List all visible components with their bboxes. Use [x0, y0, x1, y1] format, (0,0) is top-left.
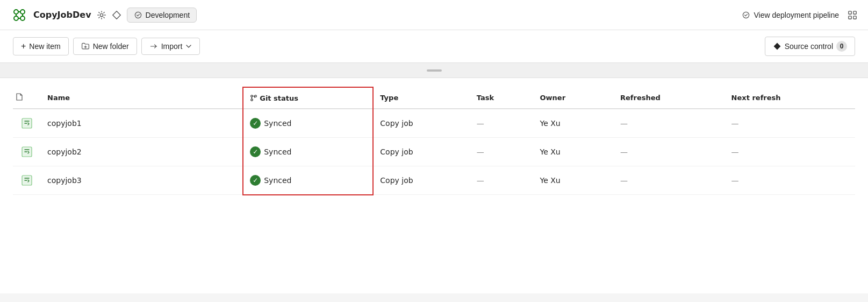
import-icon [149, 42, 158, 51]
svg-rect-13 [853, 11, 856, 13]
col-header-next-refresh: Next refresh [725, 87, 855, 109]
new-folder-icon [81, 42, 90, 51]
chevron-down-icon [185, 43, 192, 50]
row-refreshed: — [614, 138, 725, 166]
file-icon [15, 93, 24, 101]
row-refreshed: — [614, 109, 725, 138]
row-owner: Ye Xu [534, 166, 614, 195]
plus-icon: + [21, 41, 26, 51]
toolbar-right: Source control 0 [765, 37, 855, 56]
row-next-refresh: — [725, 166, 855, 195]
table-row[interactable]: copyjob1 ✓ Synced Copy job—Ye Xu—— [13, 109, 855, 138]
row-item-icon [13, 109, 41, 138]
row-name[interactable]: copyjob1 [41, 109, 243, 138]
svg-marker-18 [773, 43, 780, 50]
row-name[interactable]: copyjob3 [41, 166, 243, 195]
row-task: — [470, 109, 534, 138]
svg-marker-9 [112, 11, 120, 18]
source-control-badge: 0 [836, 41, 847, 52]
row-name[interactable]: copyjob2 [41, 138, 243, 166]
svg-point-8 [100, 13, 103, 16]
row-type: Copy job [373, 166, 470, 195]
col-header-task: Task [470, 87, 534, 109]
diamond-icon[interactable] [112, 10, 121, 20]
row-type: Copy job [373, 138, 470, 166]
import-button[interactable]: Import [141, 38, 200, 55]
row-next-refresh: — [725, 138, 855, 166]
row-git-status: ✓ Synced [243, 138, 373, 166]
source-control-button[interactable]: Source control 0 [765, 37, 855, 56]
col-header-git-status: Git status [243, 87, 373, 109]
environment-badge[interactable]: Development [127, 8, 197, 23]
source-control-icon [773, 42, 781, 51]
table-row[interactable]: copyjob3 ✓ Synced Copy job—Ye Xu—— [13, 166, 855, 195]
svg-point-3 [20, 16, 25, 20]
git-icon [250, 94, 257, 102]
row-refreshed: — [614, 166, 725, 195]
toolbar-left: + New item New folder Import [13, 37, 200, 55]
svg-point-0 [14, 10, 18, 14]
svg-point-1 [20, 10, 25, 14]
synced-label: Synced [264, 148, 291, 156]
col-header-name: Name [41, 87, 243, 109]
new-item-button[interactable]: + New item [13, 37, 69, 55]
top-bar: CopyJobDev Development [0, 0, 868, 30]
svg-rect-15 [853, 16, 856, 18]
svg-point-2 [14, 16, 18, 20]
top-bar-right: View deployment pipeline [742, 10, 857, 20]
col-header-refreshed: Refreshed [614, 87, 725, 109]
row-type: Copy job [373, 109, 470, 138]
top-bar-left: CopyJobDev Development [11, 6, 197, 24]
resize-handle [427, 69, 442, 72]
row-item-icon [13, 138, 41, 166]
deploy-icon [134, 11, 142, 19]
row-git-status: ✓ Synced [243, 166, 373, 195]
synced-check-icon: ✓ [250, 146, 261, 157]
row-git-status: ✓ Synced [243, 109, 373, 138]
pipeline-icon [742, 11, 750, 19]
row-item-icon [13, 166, 41, 195]
svg-rect-14 [849, 16, 851, 18]
synced-label: Synced [264, 176, 291, 185]
synced-check-icon: ✓ [250, 118, 261, 129]
new-folder-button[interactable]: New folder [73, 38, 137, 55]
synced-label: Synced [264, 119, 291, 128]
toolbar: + New item New folder Import S [0, 30, 868, 63]
content-area: Name Git status Type Task Owner [0, 78, 868, 293]
view-deployment-pipeline-button[interactable]: View deployment pipeline [742, 11, 839, 19]
grid-apps-icon[interactable] [848, 10, 857, 20]
items-table: Name Git status Type Task Owner [13, 87, 855, 195]
app-logo-icon [11, 6, 28, 24]
svg-rect-12 [849, 11, 851, 13]
table-row[interactable]: copyjob2 ✓ Synced Copy job—Ye Xu—— [13, 138, 855, 166]
col-header-owner: Owner [534, 87, 614, 109]
synced-check-icon: ✓ [250, 175, 261, 186]
col-header-icon [13, 87, 41, 109]
col-header-type: Type [373, 87, 470, 109]
workspace-name: CopyJobDev [33, 10, 91, 20]
settings-icon[interactable] [97, 10, 106, 20]
row-next-refresh: — [725, 109, 855, 138]
row-owner: Ye Xu [534, 109, 614, 138]
row-task: — [470, 166, 534, 195]
resize-bar[interactable] [0, 63, 868, 78]
row-owner: Ye Xu [534, 138, 614, 166]
row-task: — [470, 138, 534, 166]
